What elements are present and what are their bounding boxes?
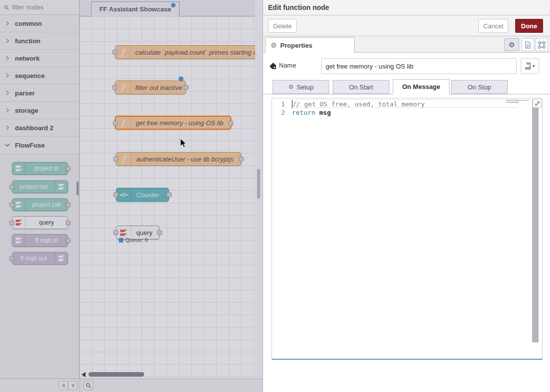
chevron-right-icon: [5, 38, 10, 43]
palette-node-project-in[interactable]: project in: [12, 162, 68, 175]
tab-properties[interactable]: ⚙ Properties: [265, 37, 355, 53]
input-port[interactable]: [113, 192, 118, 197]
function-tabs: ⚙ Setup On Start On Message On Stop: [263, 79, 550, 94]
palette-category-dashboard2[interactable]: dashboard 2: [0, 119, 79, 137]
canvas-grid[interactable]: ƒ calculate `payload.count` primes start…: [80, 16, 255, 379]
palette-node-project-out[interactable]: project out: [12, 180, 68, 193]
output-port[interactable]: [66, 221, 71, 225]
chevron-right-icon: [5, 125, 10, 130]
input-port[interactable]: [113, 121, 118, 126]
function-icon: ƒ: [115, 46, 130, 59]
output-port[interactable]: [239, 157, 244, 161]
library-button[interactable]: ▾: [521, 58, 539, 74]
input-port[interactable]: [113, 157, 118, 161]
palette-node-ff-mqtt-out[interactable]: ff mqtt out: [12, 252, 68, 265]
output-port[interactable]: [183, 85, 188, 90]
palette-category-storage[interactable]: storage: [0, 102, 79, 119]
flow-canvas[interactable]: FF Assistant Showcase ƒ calculate `paylo…: [80, 0, 255, 379]
flowfuse-icon: [55, 252, 68, 264]
expand-editor-button[interactable]: [533, 99, 542, 108]
node-authenticate-user[interactable]: ƒ authenticateUser - use lib bcryptjs: [116, 152, 241, 166]
input-port[interactable]: [112, 85, 117, 90]
palette-scrollbar[interactable]: [77, 181, 79, 195]
flow-tabbar: FF Assistant Showcase: [80, 0, 255, 16]
input-port[interactable]: [9, 256, 14, 261]
output-port[interactable]: [66, 238, 71, 243]
palette-category-parser[interactable]: parser: [0, 84, 79, 102]
status-dot: [119, 238, 123, 242]
tab-on-message[interactable]: On Message: [393, 79, 450, 94]
chevron-right-icon: [5, 90, 10, 95]
divider: [80, 379, 80, 392]
delete-button[interactable]: Delete: [268, 19, 297, 33]
output-port[interactable]: [66, 203, 71, 207]
vscrollbar-thumb[interactable]: [257, 169, 260, 199]
caret-down-icon: ▾: [533, 64, 535, 69]
palette-node-ff-mqtt-in[interactable]: ff mqtt in: [12, 234, 68, 247]
chevron-right-icon: [5, 73, 10, 78]
chevron-down-icon: [5, 143, 10, 148]
cancel-button[interactable]: Cancel: [478, 19, 508, 33]
input-port[interactable]: [9, 203, 14, 207]
palette-search[interactable]: filter nodes: [0, 0, 79, 15]
palette-search-placeholder: filter nodes: [12, 3, 44, 11]
done-button[interactable]: Done: [515, 19, 543, 33]
document-icon: [525, 41, 531, 49]
node-filter-out-inactive[interactable]: ƒ filter out inactive: [115, 80, 186, 94]
code-minimap: [506, 100, 529, 105]
dialog-title: Edit function node: [268, 3, 329, 11]
edit-dialog-header: Edit function node: [263, 0, 550, 15]
palette-category-flowfuse[interactable]: FlowFuse: [0, 137, 79, 154]
function-icon: ƒ: [116, 153, 131, 165]
palette-category-common[interactable]: common: [0, 15, 79, 32]
output-port[interactable]: [66, 166, 71, 171]
tab-on-stop[interactable]: On Stop: [451, 80, 508, 94]
node-calculate-primes[interactable]: ƒ calculate `payload.count` primes start…: [115, 45, 255, 59]
input-port[interactable]: [113, 230, 118, 235]
flow-tab-label: FF Assistant Showcase: [99, 5, 172, 13]
hscrollbar-thumb[interactable]: [89, 372, 144, 377]
tab-on-start[interactable]: On Start: [333, 80, 389, 94]
scroll-left-icon[interactable]: [82, 372, 86, 377]
node-get-free-memory[interactable]: ƒ get free memory - using OS lib: [115, 116, 231, 130]
input-port[interactable]: [9, 185, 14, 189]
chevron-right-icon: [5, 21, 10, 26]
palette: filter nodes common function network seq…: [0, 0, 80, 379]
output-port[interactable]: [228, 121, 233, 126]
function-icon: ƒ: [116, 117, 131, 129]
palette-flowfuse-nodes: project in project out project call: [0, 154, 79, 299]
canvas-hscrollbar[interactable]: [80, 371, 255, 378]
editor-scrollbar[interactable]: [532, 100, 539, 342]
input-port[interactable]: [9, 221, 14, 225]
zoom-search-button[interactable]: [84, 381, 93, 390]
modified-dot: [179, 77, 183, 81]
palette-category-sequence[interactable]: sequence: [0, 67, 79, 84]
node-query-status: Queue: 0: [119, 237, 148, 243]
function-icon: ƒ: [115, 81, 130, 94]
edit-dialog: Edit function node Delete Cancel Done ⚙ …: [263, 0, 550, 392]
gear-icon: ⚙: [271, 42, 277, 49]
appearance-view-button[interactable]: [536, 38, 548, 51]
footer-bar: [0, 379, 263, 392]
name-input[interactable]: [321, 58, 517, 74]
palette-node-project-call[interactable]: project call: [12, 198, 68, 211]
canvas-vscrollbar[interactable]: [255, 0, 263, 379]
description-view-button[interactable]: [522, 38, 534, 51]
tab-setup[interactable]: ⚙ Setup: [273, 80, 329, 94]
node-counter[interactable]: </> Counter: [116, 188, 169, 202]
output-port[interactable]: [167, 192, 172, 197]
palette-category-network[interactable]: network: [0, 50, 79, 67]
palette-node-query[interactable]: query: [12, 216, 68, 229]
tag-icon: [269, 62, 276, 70]
properties-view-button[interactable]: ⚙: [504, 38, 519, 51]
flow-tab[interactable]: FF Assistant Showcase: [91, 1, 180, 16]
book-icon: [525, 63, 531, 70]
flowfuse-icon: [12, 235, 25, 246]
code-editor[interactable]: 1 // get OS free, used, total memory 2 r…: [272, 98, 543, 360]
input-port[interactable]: [112, 50, 117, 55]
collapse-all-button[interactable]: [59, 381, 68, 390]
dialog-form: Name ▾ ⚙ Setup On Start On Message On St…: [263, 53, 550, 392]
output-port[interactable]: [157, 230, 162, 235]
palette-category-function[interactable]: function: [0, 32, 79, 50]
expand-all-button[interactable]: [68, 381, 78, 390]
